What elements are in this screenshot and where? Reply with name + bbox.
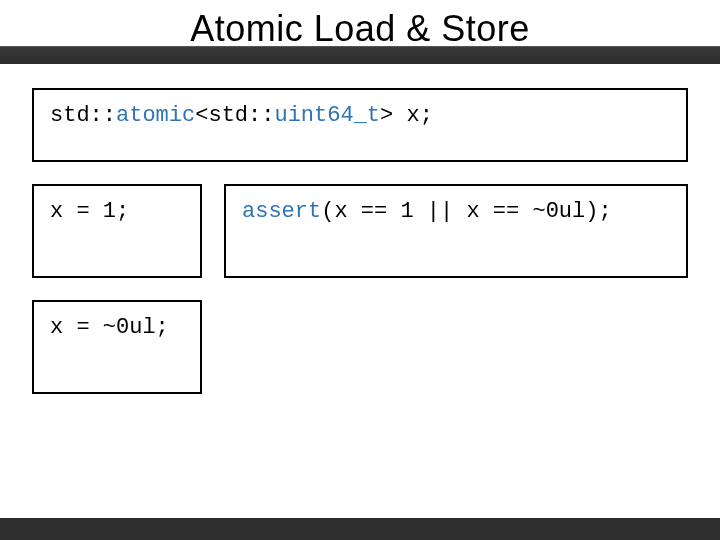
code-angle-close: >: [380, 103, 393, 128]
code-assert-body: (x == 1 || x == ~0ul);: [321, 199, 611, 224]
code-angle-open: <: [195, 103, 208, 128]
code-box-assert: assert(x == 1 || x == ~0ul);: [224, 184, 688, 278]
slide-footer: [0, 518, 720, 540]
code-box-declaration: std::atomic<std::uint64_t> x;: [32, 88, 688, 162]
row-2: x = ~0ul;: [32, 300, 688, 394]
code-assign-2: x = ~0ul;: [50, 315, 169, 340]
code-box-assign-2: x = ~0ul;: [32, 300, 202, 394]
slide-title: Atomic Load & Store: [0, 8, 720, 50]
slide-content: std::atomic<std::uint64_t> x; x = 1; ass…: [0, 64, 720, 518]
code-ns2: std::: [208, 103, 274, 128]
code-assign-1: x = 1;: [50, 199, 129, 224]
code-var: x;: [393, 103, 433, 128]
code-assert-fn: assert: [242, 199, 321, 224]
slide-header: Atomic Load & Store: [0, 0, 720, 64]
code-ns1: std::: [50, 103, 116, 128]
code-box-assign-1: x = 1;: [32, 184, 202, 278]
code-type: uint64_t: [274, 103, 380, 128]
header-dark-band: [0, 46, 720, 64]
code-atomic: atomic: [116, 103, 195, 128]
row-1: x = 1; assert(x == 1 || x == ~0ul);: [32, 184, 688, 278]
